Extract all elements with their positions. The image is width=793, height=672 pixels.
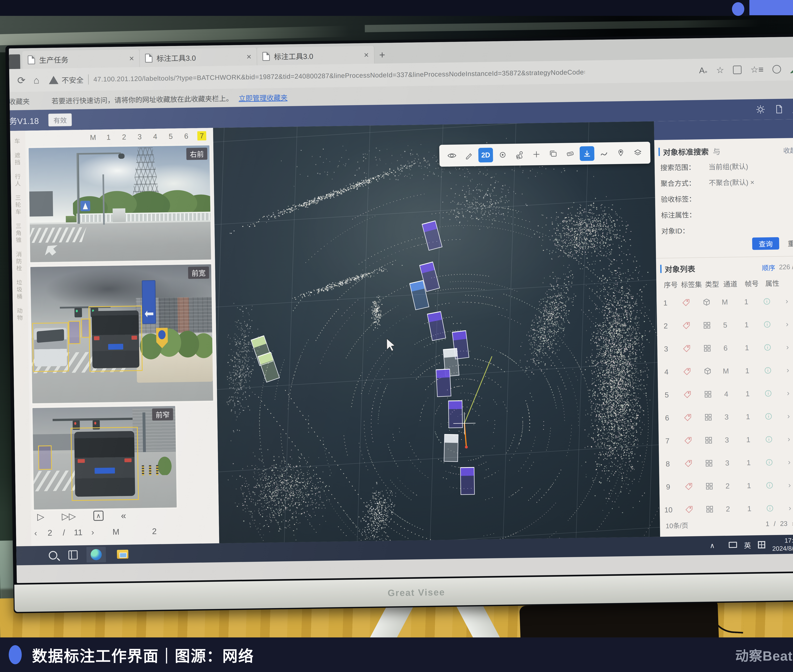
visibility-eye-icon[interactable] — [445, 148, 459, 163]
close-icon[interactable]: × — [129, 54, 134, 63]
search-field-value[interactable]: 当前组(默认) — [708, 161, 748, 171]
collections-icon[interactable]: ☆≡ — [750, 64, 764, 75]
taskbar-search-icon[interactable] — [49, 551, 58, 560]
browser-tab[interactable]: 标注工具3.0× — [139, 48, 257, 67]
annotation-bbox[interactable] — [38, 445, 52, 470]
info-icon[interactable] — [759, 389, 777, 397]
camera-view-right-front[interactable]: 右前 — [29, 146, 211, 262]
chevron-right-icon[interactable]: › — [782, 458, 793, 466]
mode-2d-button[interactable]: 2D — [478, 148, 493, 162]
info-icon[interactable] — [761, 504, 779, 512]
frame-chip[interactable]: M — [88, 133, 98, 142]
frame-chip[interactable]: 5 — [166, 132, 175, 141]
file-explorer-icon[interactable] — [117, 550, 128, 559]
object-row[interactable]: 251› — [657, 312, 793, 338]
ime-grid-icon[interactable] — [758, 541, 766, 549]
manage-favorites-link[interactable]: 立即管理收藏夹 — [239, 92, 288, 103]
ime-language-indicator[interactable]: 英 — [744, 540, 751, 550]
document-icon[interactable] — [774, 104, 783, 114]
expand-up-icon[interactable]: ∧ — [93, 510, 104, 521]
chevron-right-icon[interactable]: › — [781, 389, 793, 397]
query-button[interactable]: 查询 — [752, 237, 779, 250]
camera-view-front-narrow[interactable]: 前窄 — [32, 406, 177, 509]
warning-triangle-icon[interactable] — [792, 104, 793, 114]
frame-chip[interactable]: 1 — [104, 133, 113, 142]
home-icon[interactable]: ⌂ — [33, 75, 40, 86]
favorites-star-icon[interactable]: ☆ — [716, 65, 724, 75]
chevron-right-icon[interactable]: › — [783, 504, 793, 512]
list-page-current[interactable]: 1 — [766, 520, 769, 528]
class-label[interactable]: 动物 — [15, 307, 23, 322]
info-icon[interactable] — [760, 435, 778, 443]
chevron-right-icon[interactable]: › — [782, 434, 793, 443]
split-screen-icon[interactable] — [733, 66, 742, 74]
class-label[interactable]: 消防栓 — [14, 251, 23, 272]
layers-icon[interactable] — [630, 146, 645, 160]
add-plus-icon[interactable] — [529, 147, 544, 162]
list-next-page-icon[interactable]: › — [792, 520, 793, 527]
network-display-icon[interactable] — [729, 542, 737, 549]
info-icon[interactable] — [761, 458, 778, 467]
edge-browser-icon[interactable] — [87, 547, 106, 563]
frame-chip[interactable]: 3 — [135, 133, 144, 141]
new-tab-button[interactable]: + — [379, 49, 385, 61]
annotation-bbox[interactable] — [32, 322, 69, 372]
chevron-right-icon[interactable]: › — [782, 411, 793, 420]
annotation-bbox[interactable] — [70, 427, 139, 501]
search-logic-toggle[interactable]: 与 — [713, 146, 721, 157]
settings-gear-icon[interactable] — [756, 104, 766, 115]
object-row[interactable]: 4M1› — [658, 358, 793, 383]
reset-button[interactable]: 重置 — [783, 237, 793, 250]
next-page-icon[interactable]: › — [91, 527, 94, 537]
refresh-icon[interactable]: ⟳ — [17, 75, 26, 86]
object-row[interactable]: 361› — [657, 335, 793, 360]
read-aloud-icon[interactable]: A» — [699, 66, 707, 75]
info-icon[interactable] — [759, 366, 777, 374]
chevron-right-icon[interactable]: › — [780, 320, 793, 328]
class-label[interactable]: 车 — [12, 138, 21, 145]
search-field-value[interactable]: 不聚合(默认) × — [709, 177, 755, 187]
page-size-label[interactable]: 10条/页 — [666, 520, 688, 530]
class-label[interactable]: 垃圾桶 — [14, 279, 23, 301]
frame-chip[interactable]: 6 — [182, 132, 191, 141]
browser-tab[interactable]: 生产任务× — [22, 49, 140, 69]
tray-chevron-icon[interactable]: ∧ — [710, 541, 715, 549]
info-icon[interactable] — [758, 320, 776, 328]
class-label[interactable]: 三轮车 — [13, 195, 22, 216]
pointcloud-viewport[interactable]: 2D — [213, 121, 660, 543]
trajectory-curve-icon[interactable] — [596, 146, 611, 161]
class-label[interactable]: 三角锥 — [14, 223, 22, 244]
sort-label[interactable]: 顺序 — [762, 262, 775, 272]
info-icon[interactable] — [759, 343, 776, 352]
collapse-link[interactable]: 收起 ∧ — [783, 145, 793, 155]
info-icon[interactable] — [761, 481, 779, 490]
link-objects-icon[interactable] — [512, 147, 527, 162]
locate-pin-icon[interactable] — [614, 146, 628, 160]
frame-chip[interactable]: 2 — [120, 133, 129, 141]
class-label[interactable]: 遮挡 — [13, 152, 21, 166]
collapse-left-icon[interactable]: « — [121, 510, 126, 520]
frame-chip[interactable]: 7 — [197, 131, 206, 141]
info-icon[interactable] — [760, 412, 777, 421]
favorites-label[interactable]: 收藏夹 — [9, 96, 42, 106]
url-text[interactable]: 47.100.201.120/labeltools/?type=BATCHWOR… — [93, 68, 585, 83]
pointcloud-canvas[interactable] — [213, 121, 660, 543]
chevron-right-icon[interactable]: › — [782, 480, 793, 489]
frame-chip[interactable]: 4 — [151, 132, 160, 141]
task-view-icon[interactable] — [68, 550, 78, 560]
object-row[interactable]: 731› — [658, 427, 793, 453]
close-icon[interactable]: × — [247, 52, 252, 61]
chevron-right-icon[interactable]: › — [780, 342, 793, 351]
taskbar-clock[interactable]: 17:14 2024/8/30 — [772, 536, 793, 553]
object-row[interactable]: 1M1› — [657, 289, 793, 314]
start-button-icon[interactable] — [27, 550, 38, 561]
prev-page-icon[interactable]: ‹ — [34, 528, 37, 538]
camera-view-front-wide[interactable]: 前宽 — [30, 264, 213, 403]
annotation-bbox[interactable] — [88, 306, 143, 372]
chevron-right-icon[interactable]: › — [781, 365, 793, 374]
object-row[interactable]: 631› — [658, 404, 793, 429]
object-row[interactable]: 831› — [659, 450, 793, 475]
browser-essentials-icon[interactable] — [790, 64, 793, 73]
browser-profile-icon[interactable] — [772, 65, 781, 74]
object-row[interactable]: 541› — [658, 381, 793, 406]
